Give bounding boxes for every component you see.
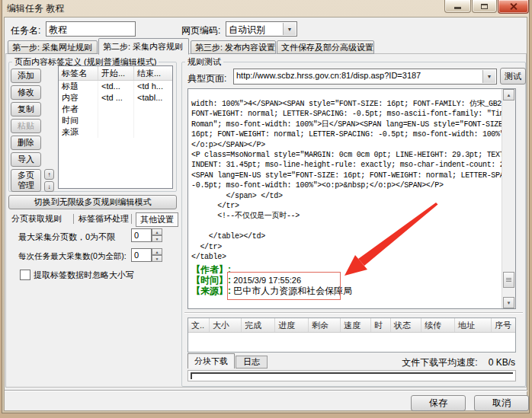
- maximize-icon: [481, 4, 488, 9]
- max-per-task-input[interactable]: 0: [131, 248, 152, 262]
- save-button[interactable]: 保存: [411, 395, 466, 411]
- highlight-box: [227, 272, 341, 300]
- test-button[interactable]: 测试: [500, 68, 526, 85]
- tab-step1-url-rules[interactable]: 第一步: 采集网址规则: [8, 40, 98, 54]
- subtab-tag-loop[interactable]: 标签循环处理: [79, 212, 129, 225]
- footer-divider: [5, 390, 527, 391]
- move-up-button[interactable]: ↑: [44, 169, 54, 180]
- column-header-end[interactable]: 结束...: [134, 66, 172, 80]
- chevron-down-icon[interactable]: ▼: [482, 70, 495, 83]
- spin-down-icon[interactable]: ▼: [152, 235, 162, 242]
- vertical-scrollbar[interactable]: ▲ ▼: [502, 89, 515, 308]
- add-button[interactable]: 添加: [11, 69, 41, 83]
- rule-test-result-area[interactable]: width: 100%">4</SPAN><SPAN style="FONT-S…: [187, 88, 516, 309]
- arrow-down-icon: ↓: [48, 183, 51, 190]
- scroll-down-icon[interactable]: ▼: [503, 297, 514, 308]
- typical-page-url-select[interactable]: http://www.scbz.hrss.gov.cn:81/disp.asp?…: [233, 69, 497, 85]
- encoding-select[interactable]: 自动识别 ▼: [226, 21, 297, 37]
- arrow-up-icon: ↑: [48, 171, 51, 178]
- html-source-code: width: 100%">4</SPAN><SPAN style="FONT-S…: [191, 99, 500, 263]
- result-author-line: 【作者】:: [191, 264, 231, 275]
- subtab-divider: [131, 214, 132, 224]
- close-button[interactable]: [498, 0, 529, 14]
- tab-log[interactable]: 日志: [236, 356, 268, 369]
- subtab-divider: [73, 214, 74, 224]
- cancel-button[interactable]: 取消: [474, 395, 529, 411]
- column-header-address[interactable]: 地址: [455, 318, 492, 332]
- average-speed: 文件下载平均速度:0 KB/s: [343, 356, 515, 369]
- switch-multipage-mode-button[interactable]: 切换到无限级多页规则编辑模式: [8, 195, 177, 209]
- delete-button[interactable]: 删除: [11, 136, 41, 150]
- task-name-label: 任务名:: [11, 24, 40, 37]
- subtab-paging-rules[interactable]: 分页获取规则: [11, 212, 62, 225]
- max-pages-stepper[interactable]: ▲ ▼: [152, 228, 162, 242]
- screen: 编辑任务 教程 任务名: 教程 网页编码: 自动识别 ▼ 第一步: 采集网址规则…: [0, 0, 532, 418]
- column-header-status[interactable]: 状态: [391, 318, 421, 332]
- download-list-header: 文.. 大小 完成 进度 剩余 速度 时 状态 续传 地址 序号: [188, 318, 515, 333]
- column-header-index[interactable]: 序号: [492, 318, 515, 332]
- copy-button[interactable]: 复制: [11, 102, 41, 116]
- download-list: 文.. 大小 完成 进度 剩余 速度 时 状态 续传 地址 序号: [187, 317, 516, 353]
- download-progress-bar: [187, 370, 516, 381]
- tag-table: 标签名 开始... 结束... 标题 <td... <td h... 内容 <t…: [58, 65, 173, 189]
- subtab-other-settings[interactable]: 其他设置: [136, 212, 178, 227]
- tag-table-header: 标签名 开始... 结束...: [59, 66, 172, 81]
- modify-button[interactable]: 修改: [11, 85, 41, 100]
- table-row[interactable]: 标题 <td... <td h...: [59, 81, 172, 92]
- column-header-tagname[interactable]: 标签名: [59, 66, 98, 80]
- progress-track: [191, 372, 513, 374]
- paste-button[interactable]: 粘贴: [11, 119, 41, 133]
- typical-page-url: http://www.scbz.hrss.gov.cn:81/disp.asp?…: [236, 71, 421, 80]
- column-header-remaining[interactable]: 剩余: [309, 318, 341, 332]
- multipage-manage-button[interactable]: 多页 管理: [11, 169, 41, 192]
- maximize-button[interactable]: [472, 0, 497, 13]
- typical-page-label: 典型页面:: [187, 72, 226, 85]
- table-row[interactable]: 内容 <td ... <tabl...: [59, 92, 172, 104]
- table-row[interactable]: 来源: [59, 126, 172, 138]
- column-header-file[interactable]: 文..: [188, 318, 210, 332]
- column-header-size[interactable]: 大小: [210, 318, 242, 332]
- chevron-down-icon[interactable]: ▼: [283, 23, 296, 35]
- column-header-time[interactable]: 时: [371, 318, 391, 332]
- average-speed-value: 0 KB/s: [489, 357, 515, 368]
- column-header-done[interactable]: 完成: [242, 318, 275, 332]
- section-divider: [184, 312, 523, 314]
- table-row[interactable]: 作者: [59, 104, 172, 115]
- ignore-case-checkbox[interactable]: [20, 270, 30, 280]
- tab-file-save-advanced[interactable]: 文件保存及部分高级设置: [277, 40, 374, 54]
- move-down-button[interactable]: ↓: [44, 181, 54, 192]
- progress-tick: [191, 372, 192, 379]
- column-header-progress[interactable]: 进度: [275, 318, 309, 332]
- table-row[interactable]: 时间: [59, 115, 172, 126]
- window-title: 编辑任务 教程: [7, 2, 64, 15]
- scrollbar-thumb[interactable]: [503, 272, 514, 288]
- tab-chunk-download[interactable]: 分块下载: [187, 353, 235, 369]
- column-header-speed[interactable]: 速度: [341, 318, 371, 332]
- tab-step2-content-rules[interactable]: 第二步: 采集内容规则: [98, 38, 189, 55]
- minimize-button[interactable]: [444, 0, 471, 13]
- grip-icon: [506, 278, 511, 282]
- max-pages-input[interactable]: 0: [131, 228, 152, 242]
- encoding-label: 网页编码:: [181, 24, 220, 37]
- column-header-resume[interactable]: 续传: [421, 318, 455, 332]
- scroll-up-icon[interactable]: ▲: [503, 89, 514, 101]
- tab-step3-publish-settings[interactable]: 第三步: 发布内容设置: [191, 40, 276, 54]
- rule-test-group-title: 规则测试: [185, 56, 223, 68]
- spin-up-icon[interactable]: ▲: [152, 228, 162, 235]
- minimize-icon: [454, 7, 461, 9]
- import-button[interactable]: 导入: [11, 152, 41, 167]
- average-speed-label: 文件下载平均速度:: [402, 357, 477, 368]
- task-name-input[interactable]: 教程: [46, 21, 136, 37]
- column-header-start[interactable]: 开始...: [98, 66, 134, 80]
- encoding-value: 自动识别: [229, 24, 265, 35]
- spin-up-icon[interactable]: ▲: [152, 248, 162, 255]
- spin-down-icon[interactable]: ▼: [152, 255, 162, 262]
- max-per-task-stepper[interactable]: ▲ ▼: [152, 248, 162, 262]
- close-icon: [509, 2, 518, 11]
